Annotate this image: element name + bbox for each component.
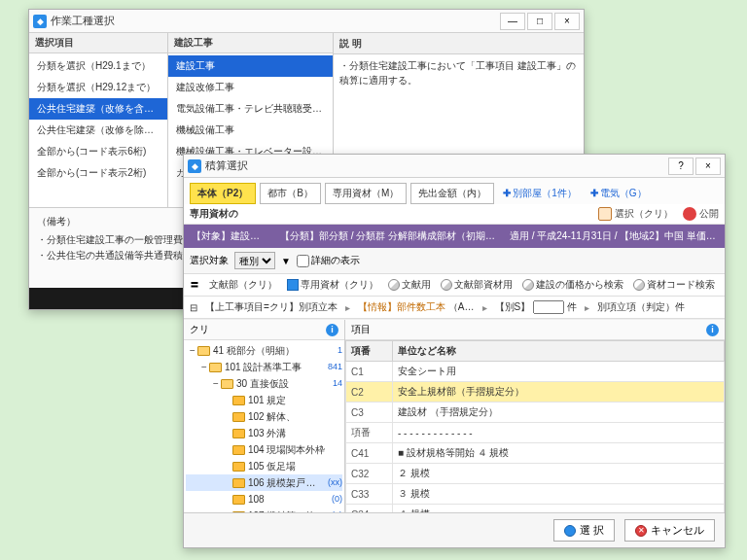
- detail-toggle[interactable]: 詳細の表示: [297, 254, 360, 267]
- chevron-right-icon: ▸: [482, 302, 487, 313]
- minimize-button[interactable]: —: [500, 13, 525, 30]
- context-1: 【対象】建設積算: [192, 229, 267, 243]
- tree-twisty-icon[interactable]: −: [188, 343, 197, 358]
- app-icon: ◆: [33, 15, 47, 28]
- folder-icon: [232, 478, 245, 488]
- close-button[interactable]: ×: [695, 158, 721, 175]
- list-item[interactable]: 電気設備工事・テレビ共聴聴受信設備: [168, 98, 333, 120]
- search-icon: [441, 279, 452, 291]
- folder-icon: [197, 346, 210, 356]
- category-column-1: 選択項目 分類を選択（H29.1まで）分類を選択（H29.12まで）公共住宅建築…: [29, 33, 168, 207]
- description-text: ・分類住宅建設工事において「工事項目 建設工事」の積算に適用する。: [339, 58, 578, 88]
- tab-bar: 本体（P2） 都市（B） 専用資材（M） 先出金額（内） ✚別部屋（1件） ✚電…: [184, 178, 725, 204]
- help-button[interactable]: ?: [668, 158, 694, 175]
- chevron-right-icon: ▸: [345, 302, 350, 313]
- titlebar: ◆ 積算選択 ? ×: [184, 155, 725, 178]
- dialog-buttons: 選 択 ✕キャンセル: [184, 512, 725, 547]
- grid-pane: 項目 i 項番 単位など名称 C1安全シート用C2安全上規材部（手摺規定分）C3…: [345, 320, 725, 512]
- folder-icon: [598, 207, 612, 221]
- breadcrumb-part-3[interactable]: 【別S】件: [495, 300, 578, 314]
- cancel-icon: ✕: [635, 525, 647, 537]
- action-b[interactable]: 専用資材（クリ）: [287, 278, 378, 292]
- action-a[interactable]: 文献部（クリ）: [209, 278, 277, 292]
- action-toolbar: 〓 文献部（クリ） 専用資材（クリ） 文献用 文献部資材用 建設の価格から検索 …: [184, 274, 725, 297]
- cancel-button[interactable]: ✕キャンセル: [624, 519, 715, 542]
- breadcrumb-part-1[interactable]: 【上工事項目=クリ】別項立本: [205, 300, 338, 314]
- table-row[interactable]: C2安全上規材部（手摺規定分）: [346, 382, 725, 402]
- app-icon: ◆: [188, 159, 201, 173]
- square-icon: [287, 279, 299, 291]
- breadcrumb-part-4[interactable]: 別項立項（判定）件: [597, 300, 685, 314]
- list-item[interactable]: 全部から(コード表示6桁): [29, 141, 167, 162]
- circle-icon: [683, 207, 696, 221]
- tree-node[interactable]: 108(0): [186, 491, 342, 508]
- table-row[interactable]: C3建設材 （手摺規定分）: [346, 402, 725, 423]
- action-f[interactable]: 資材コード検索: [633, 278, 715, 292]
- filter-select[interactable]: 種別: [234, 252, 275, 269]
- table-row[interactable]: C32２ 規模: [346, 464, 725, 484]
- tree-node[interactable]: −41 税部分（明細）1: [186, 342, 342, 359]
- list-item[interactable]: 分類を選択（H29.12まで）: [29, 77, 167, 98]
- ok-icon: [564, 525, 576, 537]
- tab-add-room[interactable]: ✚別部屋（1件）: [498, 184, 582, 203]
- select-button[interactable]: 選択（クリ）: [598, 207, 673, 221]
- tab-cost[interactable]: 先出金額（内）: [410, 183, 494, 204]
- tree-node[interactable]: 105 仮足場: [186, 458, 342, 474]
- tab-mat[interactable]: 専用資材（M）: [325, 183, 407, 204]
- window-title: 作業工種選択: [51, 14, 500, 28]
- tree-node[interactable]: −30 直接仮設14: [186, 375, 342, 392]
- action-c[interactable]: 文献用: [388, 278, 431, 292]
- col-name[interactable]: 単位など名称: [393, 341, 725, 362]
- search-icon: [388, 279, 400, 291]
- publish-button[interactable]: 公開: [683, 207, 719, 221]
- context-3: 適用 / 平成24-11月31日 / 【地域2】中国 単価適用: [510, 229, 717, 243]
- tree-node[interactable]: 103 外溝: [186, 425, 342, 441]
- context-banner: 【対象】建設積算 【分類】部分類 / 分類群 分解部構成部材（初期値） 適用 /…: [184, 225, 725, 248]
- table-row[interactable]: C1安全シート用: [346, 362, 725, 382]
- list-item[interactable]: 機械設備工事: [168, 120, 333, 141]
- filter-label: 選択対象: [190, 254, 229, 267]
- material-select-window: ◆ 積算選択 ? × 本体（P2） 都市（B） 専用資材（M） 先出金額（内） …: [183, 154, 726, 548]
- info-icon[interactable]: i: [706, 324, 719, 336]
- ok-button[interactable]: 選 択: [553, 519, 615, 542]
- info-icon[interactable]: i: [326, 324, 338, 336]
- tree-collapse-icon[interactable]: ⊟: [190, 302, 197, 313]
- tree-node[interactable]: 101 規定: [186, 392, 342, 408]
- detail-checkbox[interactable]: [297, 255, 309, 267]
- folder-icon: [232, 429, 245, 438]
- tree-pane: クリ i −41 税部分（明細）1−101 設計基準工事841−30 直接仮設1…: [184, 320, 345, 512]
- tree-twisty-icon[interactable]: −: [199, 360, 209, 374]
- table-row[interactable]: C33３ 規模: [346, 484, 725, 505]
- close-button[interactable]: ×: [554, 13, 580, 30]
- breadcrumb-input[interactable]: [533, 300, 564, 314]
- list-item[interactable]: 建設改修工事: [168, 77, 333, 98]
- list-item[interactable]: 分類を選択（H29.1まで）: [29, 55, 167, 77]
- action-d[interactable]: 文献部資材用: [441, 278, 513, 292]
- tab-city[interactable]: 都市（B）: [260, 183, 321, 204]
- action-e[interactable]: 建設の価格から検索: [522, 278, 623, 292]
- tab-add-elec[interactable]: ✚電気（G）: [586, 184, 652, 203]
- list-item[interactable]: 公共住宅建築（改修を含む）: [29, 98, 167, 120]
- tree-node[interactable]: −101 設計基準工事841: [186, 359, 342, 375]
- subbar-label: 専用資材の: [190, 207, 238, 221]
- breadcrumb-part-2[interactable]: 【情報】部件数工本（A…: [358, 300, 475, 314]
- table-row[interactable]: C41■ 設材規格等開始 ４ 規模: [346, 443, 725, 464]
- sub-toolbar: 専用資材の 選択（クリ） 公開: [184, 204, 725, 225]
- table-row[interactable]: C34４ 規模: [346, 505, 725, 513]
- list-item[interactable]: 建設工事: [168, 55, 333, 77]
- col-code[interactable]: 項番: [346, 341, 393, 362]
- tree-node[interactable]: 102 解体、: [186, 408, 342, 425]
- folder-icon: [232, 412, 245, 422]
- col2-header: 建設工事: [168, 33, 333, 53]
- list-item[interactable]: 公共住宅建築（改修を除く）: [29, 120, 167, 141]
- tree-node[interactable]: 104 現場関本外枠: [186, 441, 342, 458]
- tree-node[interactable]: 106 規模架戸構（等値仮）(xx): [186, 474, 342, 491]
- tree-twisty-icon[interactable]: −: [211, 376, 221, 391]
- table-row[interactable]: 項番- - - - - - - - - - - - -: [346, 423, 725, 443]
- tab-main[interactable]: 本体（P2）: [190, 183, 256, 204]
- titlebar: ◆ 作業工種選択 — □ ×: [29, 10, 584, 33]
- maximize-button[interactable]: □: [527, 13, 552, 30]
- folder-icon: [232, 462, 245, 472]
- folder-icon: [232, 445, 245, 455]
- list-item[interactable]: 全部から(コード表示2桁): [29, 162, 167, 184]
